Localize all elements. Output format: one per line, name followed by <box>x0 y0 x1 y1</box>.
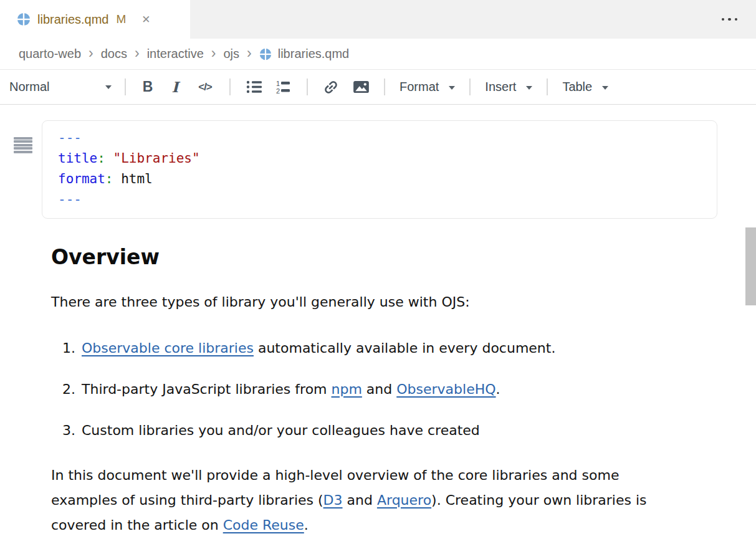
numbered-list-icon: 1 2 <box>275 79 292 95</box>
svg-text:1: 1 <box>276 80 280 87</box>
toolbar-divider <box>384 79 385 95</box>
yaml-colon: : <box>97 151 105 166</box>
ellipsis-icon <box>722 18 725 21</box>
ellipsis-icon <box>735 18 738 21</box>
numbered-list-button[interactable]: 1 2 <box>269 75 299 100</box>
list-item-text: Observable core libraries automatically … <box>82 336 555 361</box>
more-actions-button[interactable] <box>718 13 742 26</box>
heading-overview: Overview <box>51 245 717 270</box>
tab-filename: libraries.qmd <box>37 12 108 27</box>
chevron-down-icon <box>526 86 532 90</box>
list-item-text: Third-party JavaScript libraries from np… <box>82 377 500 402</box>
yaml-space <box>113 171 122 186</box>
chevron-right-icon: › <box>211 46 216 62</box>
yaml-title-value: "Libraries" <box>113 151 200 166</box>
block-style-select[interactable]: Normal <box>9 75 117 100</box>
link-observablehq[interactable]: ObservableHQ <box>396 381 495 397</box>
yaml-line: format: html <box>58 169 701 189</box>
toolbar-divider <box>307 79 308 95</box>
yaml-line: --- <box>58 189 701 210</box>
editor-toolbar: Normal B I </> 1 2 <box>0 70 756 105</box>
yaml-space <box>105 151 113 166</box>
list-item-tail: . <box>496 381 500 397</box>
tab-libraries-qmd[interactable]: libraries.qmd M ✕ <box>0 0 190 39</box>
block-style-label: Normal <box>9 80 49 94</box>
table-menu[interactable]: Table <box>556 75 615 100</box>
image-button[interactable] <box>346 75 376 100</box>
link-observable-core-libraries[interactable]: Observable core libraries <box>82 340 254 356</box>
list-item: 3. Custom libraries you and/or your coll… <box>62 418 717 443</box>
insert-menu-label: Insert <box>485 80 516 94</box>
list-item-tail: automatically available in every documen… <box>254 340 555 356</box>
yaml-format-key: format <box>58 171 105 186</box>
yaml-format-value: html <box>121 171 153 186</box>
link-icon <box>320 75 343 98</box>
format-menu[interactable]: Format <box>393 75 461 100</box>
toolbar-divider <box>547 79 548 95</box>
link-d3[interactable]: D3 <box>323 492 343 508</box>
bullet-list-button[interactable] <box>239 75 269 100</box>
toolbar-divider <box>125 79 126 95</box>
modified-indicator: M <box>116 12 126 26</box>
image-icon <box>353 79 370 95</box>
ellipsis-icon <box>728 18 731 21</box>
list-number: 2. <box>62 377 82 402</box>
close-icon[interactable]: ✕ <box>141 14 150 25</box>
list-item-lead: Third-party JavaScript libraries from <box>82 381 332 397</box>
list-item: 1. Observable core libraries automatical… <box>62 336 717 361</box>
yaml-front-matter-block[interactable]: --- title: "Libraries" format: html --- <box>42 120 717 219</box>
link-button[interactable] <box>316 75 346 100</box>
closing-text: . <box>304 517 309 533</box>
quarto-file-icon <box>17 12 31 26</box>
yaml-line: title: "Libraries" <box>58 148 701 169</box>
chevron-right-icon: › <box>247 46 252 62</box>
chevron-down-icon <box>105 85 112 89</box>
list-item-mid: and <box>362 381 396 397</box>
breadcrumb-filename: libraries.qmd <box>278 47 349 61</box>
format-menu-label: Format <box>400 80 439 94</box>
chevron-down-icon <box>602 86 608 90</box>
breadcrumb: quarto-web › docs › interactive › ojs › … <box>0 39 756 70</box>
list-item-text: Custom libraries you and/or your colleag… <box>82 418 480 443</box>
chevron-right-icon: › <box>135 46 140 62</box>
toolbar-divider <box>469 79 471 95</box>
breadcrumb-item-file[interactable]: libraries.qmd <box>259 47 349 61</box>
link-npm[interactable]: npm <box>332 381 362 397</box>
link-code-reuse[interactable]: Code Reuse <box>223 517 304 533</box>
library-types-list: 1. Observable core libraries automatical… <box>62 336 717 443</box>
visual-editor-canvas[interactable]: --- title: "Libraries" format: html --- … <box>0 120 756 554</box>
yaml-delimiter: --- <box>58 192 82 207</box>
breadcrumb-item-quarto-web[interactable]: quarto-web <box>19 47 81 61</box>
quarto-file-icon <box>259 48 272 60</box>
list-number: 1. <box>62 336 82 361</box>
tab-bar: libraries.qmd M ✕ <box>0 0 756 39</box>
breadcrumb-item-ojs[interactable]: ojs <box>223 47 239 61</box>
chevron-right-icon: › <box>89 46 93 62</box>
list-item: 2. Third-party JavaScript libraries from… <box>62 377 717 402</box>
link-arquero[interactable]: Arquero <box>377 492 431 508</box>
yaml-title-key: title <box>58 151 97 166</box>
breadcrumb-item-docs[interactable]: docs <box>101 47 127 61</box>
bold-button[interactable]: B <box>134 75 161 100</box>
vertical-scrollbar-thumb[interactable] <box>745 227 756 305</box>
chevron-down-icon <box>449 86 455 90</box>
intro-paragraph: There are three types of library you'll … <box>51 290 682 315</box>
italic-button[interactable]: I <box>161 75 189 100</box>
table-menu-label: Table <box>562 80 592 94</box>
breadcrumb-item-interactive[interactable]: interactive <box>147 47 204 61</box>
bullet-list-icon <box>246 79 262 95</box>
yaml-line: --- <box>58 128 701 148</box>
yaml-delimiter: --- <box>58 130 82 145</box>
block-drag-handle[interactable] <box>14 137 32 154</box>
toolbar-divider <box>229 79 231 95</box>
list-number: 3. <box>62 418 82 443</box>
closing-text: and <box>343 492 377 508</box>
yaml-colon: : <box>105 171 113 186</box>
svg-text:2: 2 <box>276 87 280 95</box>
insert-menu[interactable]: Insert <box>479 75 538 100</box>
code-button[interactable]: </> <box>189 75 221 100</box>
closing-paragraph: In this document we'll provide a high-le… <box>51 463 682 538</box>
